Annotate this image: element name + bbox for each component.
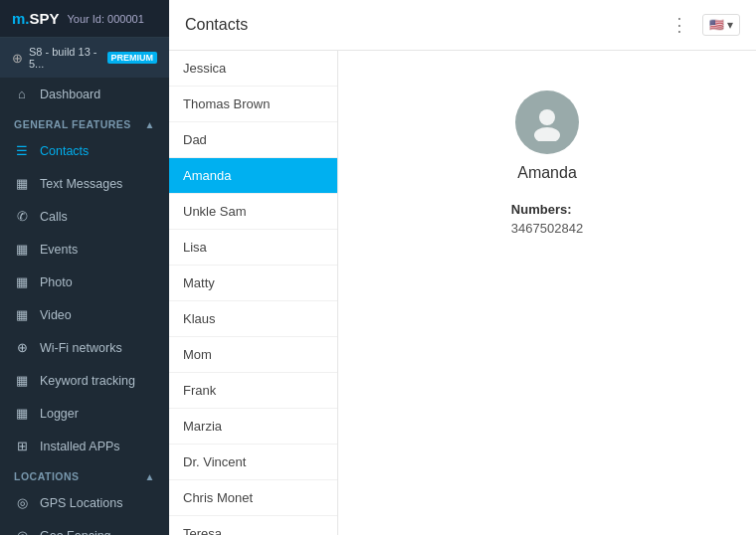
contact-detail: Amanda Numbers: 3467502842 — [338, 51, 756, 535]
contacts-icon: ☰ — [14, 143, 30, 158]
sidebar-item-label: Wi-Fi networks — [40, 341, 122, 355]
video-icon: ▦ — [14, 307, 30, 322]
chevron-down-icon: ▾ — [727, 18, 733, 32]
app-logo: m.SPY — [12, 10, 60, 27]
person-icon — [528, 103, 566, 141]
events-icon: ▦ — [14, 242, 30, 257]
contact-list-item[interactable]: Unkle Sam — [169, 194, 337, 230]
sidebar-item-contacts[interactable]: ☰ Contacts — [0, 134, 169, 167]
sidebar-item-label: Keyword tracking — [40, 374, 135, 388]
sidebar-item-photo[interactable]: ▦ Photo — [0, 266, 169, 298]
calls-icon: ✆ — [14, 209, 30, 224]
sidebar-item-label: Video — [40, 308, 72, 322]
home-icon: ⌂ — [14, 87, 30, 101]
contact-list-item[interactable]: Dr. Vincent — [169, 445, 337, 480]
flag-icon: 🇺🇸 — [709, 18, 724, 32]
selected-contact-name: Amanda — [517, 164, 577, 182]
sidebar-item-events[interactable]: ▦ Events — [0, 233, 169, 266]
sidebar-header: m.SPY Your Id: 000001 — [0, 0, 169, 38]
sidebar-item-video[interactable]: ▦ Video — [0, 298, 169, 331]
dashboard-label: Dashboard — [40, 88, 100, 101]
contact-list-item[interactable]: Lisa — [169, 230, 337, 266]
premium-badge: PREMIUM — [107, 52, 158, 64]
section-general-features[interactable]: GENERAL FEATURES ▲ — [0, 110, 169, 134]
sidebar-item-label: Events — [40, 243, 78, 257]
sidebar-item-calls[interactable]: ✆ Calls — [0, 200, 169, 233]
svg-point-1 — [534, 127, 560, 141]
sidebar-item-installed-apps[interactable]: ⊞ Installed APPs — [0, 430, 169, 462]
phone-number: 3467502842 — [511, 221, 583, 236]
general-features-label: GENERAL FEATURES — [14, 118, 131, 130]
header-actions: ⋮ 🇺🇸 ▾ — [664, 12, 740, 38]
contact-list-item[interactable]: Dad — [169, 122, 337, 158]
installed-apps-icon: ⊞ — [14, 439, 30, 453]
numbers-label: Numbers: — [511, 202, 583, 217]
device-name: S8 - build 13 - 5... — [29, 46, 101, 70]
sidebar-item-label: Geo Fencing — [40, 529, 111, 536]
sidebar: m.SPY Your Id: 000001 ⊕ S8 - build 13 - … — [0, 0, 169, 535]
sidebar-item-geofencing[interactable]: ◎ Geo Fencing — [0, 519, 169, 535]
sidebar-item-label: GPS Locations — [40, 496, 122, 510]
more-icon[interactable]: ⋮ — [664, 12, 694, 38]
sidebar-item-gps[interactable]: ◎ GPS Locations — [0, 486, 169, 519]
contact-list: JessicaThomas BrownDadAmandaUnkle SamLis… — [169, 51, 338, 535]
user-id: Your Id: 000001 — [68, 13, 144, 25]
device-icon: ⊕ — [12, 51, 23, 66]
main-area: Contacts ⋮ 🇺🇸 ▾ JessicaThomas BrownDadAm… — [169, 0, 756, 535]
contact-list-item[interactable]: Marzia — [169, 409, 337, 445]
sidebar-item-text-messages[interactable]: ▦ Text Messages — [0, 167, 169, 200]
geofencing-icon: ◎ — [14, 528, 30, 535]
sidebar-item-label: Contacts — [40, 144, 89, 158]
contact-list-item[interactable]: Chris Monet — [169, 480, 337, 516]
contact-list-item[interactable]: Klaus — [169, 301, 337, 337]
page-title: Contacts — [185, 16, 248, 34]
chevron-up-icon: ▲ — [145, 471, 155, 482]
sidebar-item-label: Logger — [40, 407, 79, 421]
contact-info: Numbers: 3467502842 — [511, 202, 583, 236]
sidebar-item-dashboard[interactable]: ⌂ Dashboard — [0, 78, 169, 110]
main-header: Contacts ⋮ 🇺🇸 ▾ — [169, 0, 756, 51]
sidebar-item-logger[interactable]: ▦ Logger — [0, 397, 169, 430]
sidebar-item-label: Text Messages — [40, 177, 122, 191]
avatar — [515, 90, 579, 154]
sidebar-item-keyword-tracking[interactable]: ▦ Keyword tracking — [0, 364, 169, 397]
contact-list-item[interactable]: Mom — [169, 337, 337, 373]
sidebar-item-label: Calls — [40, 210, 68, 224]
content-area: JessicaThomas BrownDadAmandaUnkle SamLis… — [169, 51, 756, 535]
contact-list-item[interactable]: Amanda — [169, 158, 337, 194]
contact-list-item[interactable]: Jessica — [169, 51, 337, 87]
section-locations[interactable]: LOCATIONS ▲ — [0, 462, 169, 486]
text-messages-icon: ▦ — [14, 176, 30, 191]
contact-list-item[interactable]: Thomas Brown — [169, 87, 337, 122]
wifi-icon: ⊕ — [14, 340, 30, 355]
contact-list-item[interactable]: Frank — [169, 373, 337, 409]
sidebar-item-label: Installed APPs — [40, 440, 120, 453]
svg-point-0 — [539, 109, 555, 125]
device-bar: ⊕ S8 - build 13 - 5... PREMIUM — [0, 38, 169, 78]
chevron-up-icon: ▲ — [145, 119, 155, 130]
photo-icon: ▦ — [14, 274, 30, 289]
language-selector[interactable]: 🇺🇸 ▾ — [702, 14, 740, 36]
locations-label: LOCATIONS — [14, 470, 80, 482]
gps-icon: ◎ — [14, 495, 30, 510]
logger-icon: ▦ — [14, 406, 30, 421]
contact-list-item[interactable]: Matty — [169, 266, 337, 301]
sidebar-item-wifi[interactable]: ⊕ Wi-Fi networks — [0, 331, 169, 364]
contact-list-item[interactable]: Teresa — [169, 516, 337, 535]
keyword-tracking-icon: ▦ — [14, 373, 30, 388]
sidebar-item-label: Photo — [40, 275, 73, 289]
